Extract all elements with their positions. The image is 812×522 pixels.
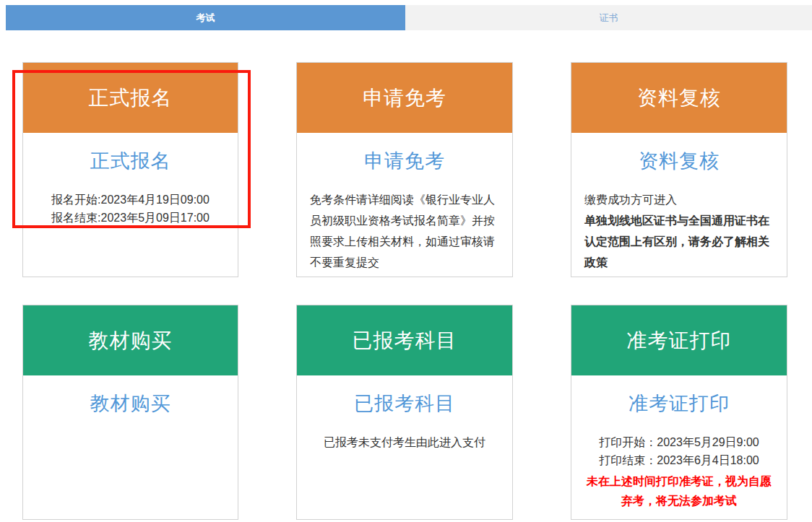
document-review-notes: 缴费成功方可进入 单独划线地区证书与全国通用证书在认定范围上有区别，请务必了解相… bbox=[584, 189, 774, 273]
exemption-application-link[interactable]: 申请免考 bbox=[364, 148, 445, 174]
exemption-notes: 免考条件请详细阅读《银行业专业人员初级职业资格考试报名简章》并按照要求上传相关材… bbox=[310, 189, 499, 273]
card-official-registration: 正式报名 正式报名 报名开始:2023年4月19日09:00 报名结束:2023… bbox=[22, 62, 238, 277]
card-exemption-application: 申请免考 申请免考 免考条件请详细阅读《银行业专业人员初级职业资格考试报名简章》… bbox=[296, 62, 513, 277]
card-official-registration-header: 正式报名 bbox=[23, 63, 238, 133]
document-review-note-normal: 缴费成功方可进入 bbox=[584, 193, 677, 206]
card-registered-subjects-header: 已报考科目 bbox=[297, 305, 512, 375]
card-admission-ticket-print-header: 准考证打印 bbox=[571, 305, 787, 375]
card-textbook-purchase: 教材购买 教材购买 bbox=[22, 305, 238, 520]
registered-subjects-link[interactable]: 已报考科目 bbox=[354, 391, 455, 417]
card-document-review: 资料复核 资料复核 缴费成功方可进入 单独划线地区证书与全国通用证书在认定范围上… bbox=[571, 62, 787, 277]
registration-start-date: 报名开始:2023年4月19日09:00 bbox=[36, 191, 225, 209]
registration-dates: 报名开始:2023年4月19日09:00 报名结束:2023年5月09日17:0… bbox=[36, 191, 225, 227]
card-grid: 正式报名 正式报名 报名开始:2023年4月19日09:00 报名结束:2023… bbox=[22, 62, 787, 520]
card-exemption-application-header: 申请免考 bbox=[297, 63, 512, 133]
admission-ticket-print-link[interactable]: 准考证打印 bbox=[629, 391, 730, 417]
card-document-review-header: 资料复核 bbox=[571, 63, 787, 133]
card-textbook-purchase-body: 教材购买 bbox=[23, 375, 238, 417]
official-registration-link[interactable]: 正式报名 bbox=[90, 148, 171, 174]
registration-end-date: 报名结束:2023年5月09日17:00 bbox=[36, 209, 225, 227]
print-dates: 打印开始：2023年5月29日9:00 打印结束：2023年6月4日18:00 bbox=[584, 433, 774, 469]
tab-certificate[interactable]: 证书 bbox=[405, 5, 812, 30]
tab-exam[interactable]: 考试 bbox=[6, 5, 405, 30]
print-start-date: 打印开始：2023年5月29日9:00 bbox=[584, 433, 774, 451]
print-deadline-warning: 未在上述时间打印准考证，视为自愿弃考，将无法参加考试 bbox=[584, 471, 774, 510]
card-registered-subjects: 已报考科目 已报考科目 已报考未支付考生由此进入支付 bbox=[296, 305, 513, 520]
tab-exam-label: 考试 bbox=[196, 12, 215, 25]
textbook-purchase-link[interactable]: 教材购买 bbox=[90, 391, 171, 417]
card-textbook-purchase-header: 教材购买 bbox=[23, 305, 238, 375]
tab-bar: 考试 证书 bbox=[6, 5, 812, 30]
card-official-registration-body: 正式报名 报名开始:2023年4月19日09:00 报名结束:2023年5月09… bbox=[23, 133, 238, 227]
document-review-link[interactable]: 资料复核 bbox=[639, 148, 720, 174]
tab-certificate-label: 证书 bbox=[600, 12, 618, 25]
card-admission-ticket-print: 准考证打印 准考证打印 打印开始：2023年5月29日9:00 打印结束：202… bbox=[571, 305, 787, 520]
card-admission-ticket-print-body: 准考证打印 打印开始：2023年5月29日9:00 打印结束：2023年6月4日… bbox=[571, 375, 787, 510]
document-review-note-bold: 单独划线地区证书与全国通用证书在认定范围上有区别，请务必了解相关政策 bbox=[584, 214, 769, 269]
card-exemption-application-body: 申请免考 免考条件请详细阅读《银行业专业人员初级职业资格考试报名简章》并按照要求… bbox=[297, 133, 512, 273]
registered-subjects-note: 已报考未支付考生由此进入支付 bbox=[310, 433, 499, 451]
card-document-review-body: 资料复核 缴费成功方可进入 单独划线地区证书与全国通用证书在认定范围上有区别，请… bbox=[571, 133, 787, 273]
card-registered-subjects-body: 已报考科目 已报考未支付考生由此进入支付 bbox=[297, 375, 512, 451]
print-end-date: 打印结束：2023年6月4日18:00 bbox=[584, 451, 774, 469]
